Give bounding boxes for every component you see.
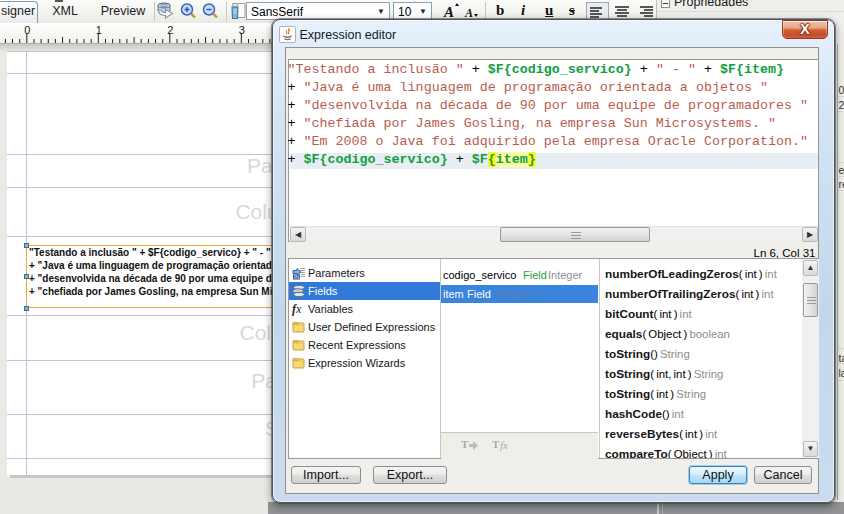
svg-text:3: 3 <box>239 24 245 36</box>
svg-text:T: T <box>492 438 500 450</box>
svg-text:A: A <box>443 4 454 20</box>
svg-text:0: 0 <box>24 24 30 36</box>
svg-text:fx: fx <box>500 439 508 451</box>
svg-text:1: 1 <box>96 24 102 36</box>
svg-text:A: A <box>464 6 473 20</box>
svg-text:2: 2 <box>167 24 173 36</box>
svg-text:IN: IN <box>294 274 300 280</box>
svg-text:T: T <box>461 438 469 450</box>
